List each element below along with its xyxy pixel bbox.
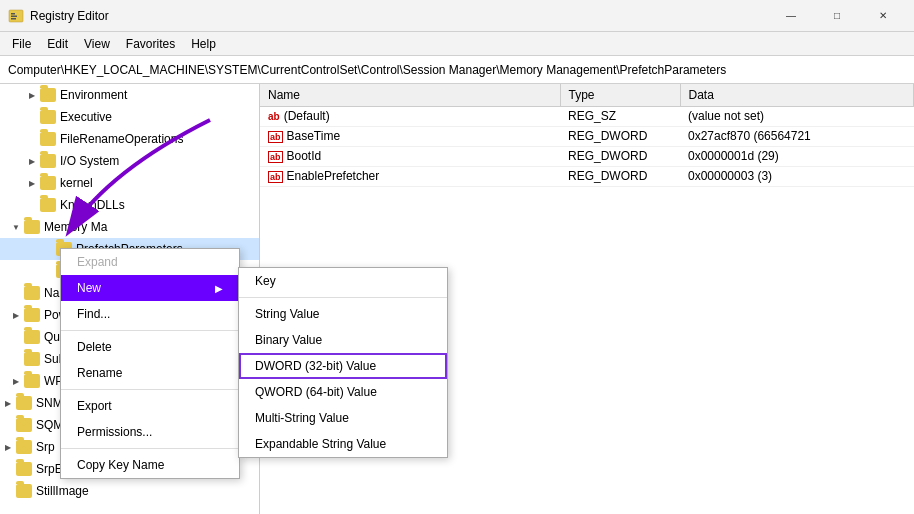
tree-item-label: KnownDLLs: [60, 198, 125, 212]
ctx-permissions[interactable]: Permissions...: [61, 419, 239, 445]
maximize-button[interactable]: □: [814, 0, 860, 32]
ctx-label: Expand: [77, 255, 118, 269]
folder-icon: [24, 330, 40, 344]
expand-arrow: [40, 241, 56, 257]
tree-item-environment[interactable]: ▶ Environment: [0, 84, 259, 106]
cell-type: REG_SZ: [560, 106, 680, 126]
sub-multistring-value[interactable]: Multi-String Value: [239, 405, 447, 431]
menu-file[interactable]: File: [4, 35, 39, 53]
expand-arrow: ▶: [24, 153, 40, 169]
sub-menu: Key String Value Binary Value DWORD (32-…: [238, 267, 448, 458]
ctx-new[interactable]: New ▶: [61, 275, 239, 301]
folder-icon: [40, 154, 56, 168]
address-bar: Computer\HKEY_LOCAL_MACHINE\SYSTEM\Curre…: [0, 56, 914, 84]
expand-arrow: [8, 285, 24, 301]
menu-help[interactable]: Help: [183, 35, 224, 53]
expand-arrow: ▶: [0, 439, 16, 455]
col-type: Type: [560, 84, 680, 106]
svg-rect-3: [11, 18, 16, 20]
cell-data: 0x00000003 (3): [680, 166, 914, 186]
folder-icon: [24, 308, 40, 322]
tree-item-executive[interactable]: Executive: [0, 106, 259, 128]
menu-favorites[interactable]: Favorites: [118, 35, 183, 53]
ctx-label: Copy Key Name: [77, 458, 164, 472]
folder-icon: [40, 176, 56, 190]
sub-string-value[interactable]: String Value: [239, 301, 447, 327]
ctx-label: Export: [77, 399, 112, 413]
expand-arrow: ▼: [8, 219, 24, 235]
sub-qword-value[interactable]: QWORD (64-bit) Value: [239, 379, 447, 405]
svg-rect-1: [11, 13, 15, 15]
folder-icon: [16, 484, 32, 498]
separator: [61, 448, 239, 449]
sub-dword-value[interactable]: DWORD (32-bit) Value: [239, 353, 447, 379]
expand-arrow: ▶: [24, 175, 40, 191]
folder-icon: [16, 462, 32, 476]
tree-item-label: Environment: [60, 88, 127, 102]
ctx-label: Rename: [77, 366, 122, 380]
separator: [61, 330, 239, 331]
folder-icon: [16, 418, 32, 432]
folder-icon: [40, 198, 56, 212]
sub-label: Key: [255, 274, 276, 288]
cell-name: abBootId: [260, 146, 560, 166]
tree-item-label: FileRenameOperations: [60, 132, 183, 146]
tree-item-iosystem[interactable]: ▶ I/O System: [0, 150, 259, 172]
menu-bar: File Edit View Favorites Help: [0, 32, 914, 56]
ctx-export[interactable]: Export: [61, 393, 239, 419]
tree-item-knowndlls[interactable]: KnownDLLs: [0, 194, 259, 216]
registry-table: Name Type Data ab(Default) REG_SZ (value…: [260, 84, 914, 187]
expand-arrow: [40, 263, 56, 279]
address-path: Computer\HKEY_LOCAL_MACHINE\SYSTEM\Curre…: [8, 63, 726, 77]
ctx-label: New: [77, 281, 101, 295]
tree-item-stillimage[interactable]: StillImage: [0, 480, 259, 502]
table-row[interactable]: abEnablePrefetcher REG_DWORD 0x00000003 …: [260, 166, 914, 186]
tree-item-label: I/O System: [60, 154, 119, 168]
ctx-label: Delete: [77, 340, 112, 354]
minimize-button[interactable]: —: [768, 0, 814, 32]
tree-item-label: StillImage: [36, 484, 89, 498]
table-row[interactable]: abBootId REG_DWORD 0x0000001d (29): [260, 146, 914, 166]
ctx-rename[interactable]: Rename: [61, 360, 239, 386]
expand-arrow: [0, 417, 16, 433]
folder-icon: [24, 286, 40, 300]
tree-item-label: kernel: [60, 176, 93, 190]
menu-view[interactable]: View: [76, 35, 118, 53]
tree-item-filerenameoperations[interactable]: FileRenameOperations: [0, 128, 259, 150]
expand-arrow: ▶: [0, 395, 16, 411]
expand-arrow: [0, 461, 16, 477]
ctx-copykey[interactable]: Copy Key Name: [61, 452, 239, 478]
context-menu: Expand New ▶ Find... Delete Rename Expor…: [60, 248, 240, 479]
expand-arrow: [0, 483, 16, 499]
sub-binary-value[interactable]: Binary Value: [239, 327, 447, 353]
expand-arrow: [8, 329, 24, 345]
cell-type: REG_DWORD: [560, 146, 680, 166]
folder-icon: [24, 220, 40, 234]
submenu-arrow-icon: ▶: [215, 283, 223, 294]
expand-arrow: [24, 109, 40, 125]
expand-arrow: [24, 131, 40, 147]
sub-key[interactable]: Key: [239, 268, 447, 294]
tree-item-label: Memory Ma: [44, 220, 107, 234]
ctx-expand: Expand: [61, 249, 239, 275]
sub-label: Expandable String Value: [255, 437, 386, 451]
table-row[interactable]: ab(Default) REG_SZ (value not set): [260, 106, 914, 126]
folder-icon: [40, 110, 56, 124]
sub-expandable-value[interactable]: Expandable String Value: [239, 431, 447, 457]
sub-label: String Value: [255, 307, 319, 321]
ctx-find[interactable]: Find...: [61, 301, 239, 327]
col-data: Data: [680, 84, 914, 106]
folder-icon: [16, 396, 32, 410]
tree-item-kernel[interactable]: ▶ kernel: [0, 172, 259, 194]
table-row[interactable]: abBaseTime REG_DWORD 0x27acf870 (6656472…: [260, 126, 914, 146]
close-button[interactable]: ✕: [860, 0, 906, 32]
cell-type: REG_DWORD: [560, 126, 680, 146]
folder-icon: [24, 374, 40, 388]
ctx-delete[interactable]: Delete: [61, 334, 239, 360]
menu-edit[interactable]: Edit: [39, 35, 76, 53]
separator: [61, 389, 239, 390]
tree-item-label: Executive: [60, 110, 112, 124]
col-name: Name: [260, 84, 560, 106]
cell-data: 0x0000001d (29): [680, 146, 914, 166]
tree-item-memorymanagement[interactable]: ▼ Memory Ma: [0, 216, 259, 238]
